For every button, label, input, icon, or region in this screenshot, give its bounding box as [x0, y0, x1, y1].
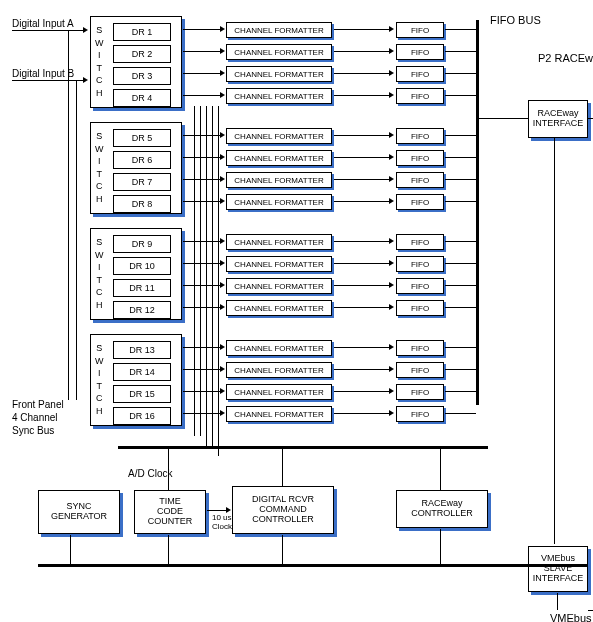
conn-fifo-bus-2	[445, 51, 476, 52]
conn-rwif-p2	[588, 118, 593, 119]
fifo-11: FIFO	[396, 278, 444, 294]
conn-dr-cf-3	[183, 73, 221, 74]
switch-label-1: SWITCH	[95, 24, 104, 100]
label-p2-raceway: P2 RACEway	[538, 52, 593, 64]
fifo-16: FIFO	[396, 406, 444, 422]
conn-dr-cf-10	[183, 263, 221, 264]
conn-inputs-vert-b	[76, 80, 77, 400]
cf-8: CHANNEL FORMATTER	[226, 194, 332, 210]
conn-vmeslave-vmebus	[588, 610, 593, 611]
conn-fifo-bus-7	[445, 179, 476, 180]
cf-3: CHANNEL FORMATTER	[226, 66, 332, 82]
conn-cf-fifo-6	[334, 157, 390, 158]
cf-9: CHANNEL FORMATTER	[226, 234, 332, 250]
conn-fifo-bus-14	[445, 369, 476, 370]
fifo-7: FIFO	[396, 172, 444, 188]
fifo-2: FIFO	[396, 44, 444, 60]
label-ad-clock: A/D Clock	[128, 468, 172, 479]
dr-3: DR 3	[113, 67, 171, 85]
conn-cf-fifo-13	[334, 347, 390, 348]
cf-7: CHANNEL FORMATTER	[226, 172, 332, 188]
fifo-4: FIFO	[396, 88, 444, 104]
conn-dr-cf-7	[183, 179, 221, 180]
block-diagram: Digital Input A Digital Input B FIFO BUS…	[10, 10, 593, 622]
label-digital-input-b: Digital Input B	[12, 68, 74, 79]
conn-fifo-bus-12	[445, 307, 476, 308]
fifo-3: FIFO	[396, 66, 444, 82]
cf-10: CHANNEL FORMATTER	[226, 256, 332, 272]
dr-15: DR 15	[113, 385, 171, 403]
conn-dr-cf-5	[183, 135, 221, 136]
fifo-6: FIFO	[396, 150, 444, 166]
conn-dr-cf-4	[183, 95, 221, 96]
conn-fifo-bus-10	[445, 263, 476, 264]
label-vmebus: VMEbus	[550, 612, 592, 622]
raceway-controller-box: RACEway CONTROLLER	[396, 490, 488, 528]
cf-2: CHANNEL FORMATTER	[226, 44, 332, 60]
fifo-12: FIFO	[396, 300, 444, 316]
conn-cf-fifo-2	[334, 51, 390, 52]
conn-cf-fifo-14	[334, 369, 390, 370]
dr-13: DR 13	[113, 341, 171, 359]
conn-fifo-bus-5	[445, 135, 476, 136]
dr-7: DR 7	[113, 173, 171, 191]
conn-rwif-vme	[554, 138, 555, 544]
conn-dr-cf-6	[183, 157, 221, 158]
conn-dr-cf-8	[183, 201, 221, 202]
switch-group-4: SWITCH DR 13 DR 14 DR 15 DR 16	[90, 334, 182, 426]
dr-8: DR 8	[113, 195, 171, 213]
mid-bus-bar	[118, 446, 488, 449]
label-digital-input-a: Digital Input A	[12, 18, 74, 29]
switch-group-3: SWITCH DR 9 DR 10 DR 11 DR 12	[90, 228, 182, 320]
conn-cf-fifo-16	[334, 413, 390, 414]
conn-drcc-bus	[282, 535, 283, 565]
conn-fifo-bus-16	[445, 413, 476, 414]
dr-6: DR 6	[113, 151, 171, 169]
label-front-panel: Front Panel 4 Channel Sync Bus	[12, 398, 64, 437]
conn-dr-cf-15	[183, 391, 221, 392]
conn-input-a	[12, 30, 84, 31]
fifo-10: FIFO	[396, 256, 444, 272]
dr-11: DR 11	[113, 279, 171, 297]
conn-cf-fifo-5	[334, 135, 390, 136]
conn-cf-fifo-15	[334, 391, 390, 392]
conn-fifo-bus-13	[445, 347, 476, 348]
fifo-bus-bar	[476, 20, 479, 405]
dr-1: DR 1	[113, 23, 171, 41]
cf-4: CHANNEL FORMATTER	[226, 88, 332, 104]
fifo-13: FIFO	[396, 340, 444, 356]
conn-cf-fifo-7	[334, 179, 390, 180]
switch-group-2: SWITCH DR 5 DR 6 DR 7 DR 8	[90, 122, 182, 214]
raceway-interface-box: RACEway INTERFACE	[528, 100, 588, 138]
conn-cf-fifo-4	[334, 95, 390, 96]
switch-label-3: SWITCH	[95, 236, 104, 312]
fifo-5: FIFO	[396, 128, 444, 144]
conn-cf-fifo-9	[334, 241, 390, 242]
cf-11: CHANNEL FORMATTER	[226, 278, 332, 294]
fifo-9: FIFO	[396, 234, 444, 250]
cf-5: CHANNEL FORMATTER	[226, 128, 332, 144]
dr-10: DR 10	[113, 257, 171, 275]
conn-fifo-bus-1	[445, 29, 476, 30]
bottom-bus-bar	[38, 564, 588, 567]
conn-dr-cf-1	[183, 29, 221, 30]
conn-dr-cf-13	[183, 347, 221, 348]
conn-fifo-bus-4	[445, 95, 476, 96]
cf-14: CHANNEL FORMATTER	[226, 362, 332, 378]
conn-dr-cf-16	[183, 413, 221, 414]
conn-dr-cf-12	[183, 307, 221, 308]
dr-14: DR 14	[113, 363, 171, 381]
switch-group-1: SWITCH DR 1 DR 2 DR 3 DR 4	[90, 16, 182, 108]
digital-rcvr-cmd-controller-box: DIGITAL RCVR COMMAND CONTROLLER	[232, 486, 334, 534]
conn-tcc-drcc	[207, 510, 227, 511]
conn-input-b	[12, 80, 84, 81]
label-fifo-bus: FIFO BUS	[490, 14, 541, 26]
dr-4: DR 4	[113, 89, 171, 107]
dr-16: DR 16	[113, 407, 171, 425]
conn-fifo-bus-3	[445, 73, 476, 74]
conn-dr-cf-14	[183, 369, 221, 370]
switch-label-2: SWITCH	[95, 130, 104, 206]
fifo-1: FIFO	[396, 22, 444, 38]
cf-vbus-1	[194, 106, 195, 436]
conn-cf-fifo-12	[334, 307, 390, 308]
